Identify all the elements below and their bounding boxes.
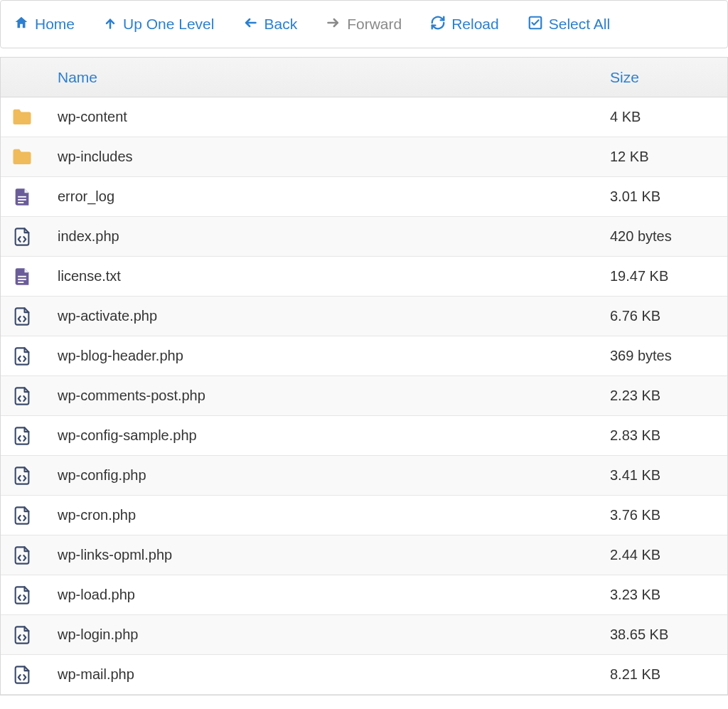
file-size: 8.21 KB (603, 666, 727, 683)
file-row[interactable]: wp-blog-header.php 369 bytes (1, 336, 727, 376)
file-row[interactable]: wp-mail.php 8.21 KB (1, 655, 727, 695)
file-row[interactable]: wp-login.php 38.65 KB (1, 615, 727, 655)
folder-icon (1, 148, 43, 166)
file-name: wp-mail.php (43, 666, 603, 683)
forward-arrow-icon (326, 16, 341, 33)
file-row[interactable]: wp-includes 12 KB (1, 137, 727, 177)
file-row[interactable]: wp-config-sample.php 2.83 KB (1, 416, 727, 456)
svg-rect-6 (18, 282, 23, 283)
svg-rect-5 (18, 278, 26, 279)
up-one-level-button[interactable]: Up One Level (103, 15, 214, 34)
folder-icon (1, 108, 43, 127)
file-size: 3.76 KB (603, 507, 727, 523)
column-header-size[interactable]: Size (603, 69, 727, 86)
file-table: Name Size wp-content 4 KB wp-includes 12… (0, 57, 728, 695)
file-row[interactable]: wp-activate.php 6.76 KB (1, 297, 727, 336)
code-icon (1, 665, 43, 685)
code-icon (1, 585, 43, 605)
code-icon (1, 426, 43, 446)
select-all-button[interactable]: Select All (528, 15, 610, 34)
file-row[interactable]: index.php 420 bytes (1, 217, 727, 257)
code-icon (1, 346, 43, 366)
up-one-level-label: Up One Level (123, 16, 214, 33)
file-size: 420 bytes (603, 228, 727, 245)
column-headers: Name Size (1, 58, 727, 97)
file-size: 2.83 KB (603, 427, 727, 444)
file-size: 3.23 KB (603, 587, 727, 603)
file-name: wp-content (43, 109, 603, 125)
code-icon (1, 227, 43, 247)
file-row[interactable]: license.txt 19.47 KB (1, 257, 727, 297)
file-name: wp-config-sample.php (43, 427, 603, 444)
code-icon (1, 466, 43, 486)
file-name: index.php (43, 228, 603, 245)
doc-icon (1, 187, 43, 207)
file-size: 3.01 KB (603, 188, 727, 205)
file-name: wp-comments-post.php (43, 388, 603, 404)
file-row[interactable]: wp-comments-post.php 2.23 KB (1, 376, 727, 416)
file-size: 2.44 KB (603, 547, 727, 563)
file-name: wp-links-opml.php (43, 547, 603, 563)
home-label: Home (35, 16, 75, 33)
code-icon (1, 506, 43, 526)
doc-icon (1, 267, 43, 287)
file-size: 4 KB (603, 109, 727, 125)
file-size: 12 KB (603, 149, 727, 165)
file-row[interactable]: wp-config.php 3.41 KB (1, 456, 727, 496)
file-row[interactable]: wp-load.php 3.23 KB (1, 575, 727, 615)
file-name: wp-load.php (43, 587, 603, 603)
select-all-label: Select All (549, 16, 610, 33)
file-row[interactable]: wp-cron.php 3.76 KB (1, 496, 727, 535)
forward-button: Forward (326, 16, 402, 33)
file-name: wp-config.php (43, 467, 603, 484)
file-size: 369 bytes (603, 348, 727, 364)
file-row[interactable]: wp-content 4 KB (1, 97, 727, 137)
column-header-name[interactable]: Name (43, 69, 603, 86)
file-size: 38.65 KB (603, 627, 727, 643)
file-row[interactable]: wp-links-opml.php 2.44 KB (1, 535, 727, 575)
toolbar: Home Up One Level Back Forward Reload (0, 0, 728, 48)
file-name: error_log (43, 188, 603, 205)
up-arrow-icon (103, 15, 117, 34)
svg-rect-1 (18, 196, 26, 197)
svg-rect-2 (18, 198, 26, 200)
code-icon (1, 306, 43, 326)
home-icon (14, 15, 29, 34)
file-row[interactable]: error_log 3.01 KB (1, 177, 727, 217)
back-arrow-icon (242, 16, 258, 33)
code-icon (1, 625, 43, 645)
select-all-icon (528, 15, 543, 34)
svg-rect-3 (18, 202, 23, 203)
file-name: wp-activate.php (43, 308, 603, 324)
reload-button[interactable]: Reload (430, 15, 499, 34)
back-button[interactable]: Back (242, 16, 297, 33)
code-icon (1, 545, 43, 565)
file-name: wp-login.php (43, 627, 603, 643)
file-name: wp-cron.php (43, 507, 603, 523)
code-icon (1, 386, 43, 406)
file-size: 3.41 KB (603, 467, 727, 484)
file-size: 6.76 KB (603, 308, 727, 324)
home-button[interactable]: Home (14, 15, 75, 34)
back-label: Back (264, 16, 297, 33)
file-size: 2.23 KB (603, 388, 727, 404)
reload-icon (430, 15, 446, 34)
file-size: 19.47 KB (603, 268, 727, 284)
file-name: license.txt (43, 268, 603, 284)
file-rows: wp-content 4 KB wp-includes 12 KB error_… (1, 97, 727, 695)
svg-rect-4 (18, 275, 26, 277)
file-name: wp-blog-header.php (43, 348, 603, 364)
forward-label: Forward (347, 16, 402, 33)
file-name: wp-includes (43, 149, 603, 165)
reload-label: Reload (451, 16, 499, 33)
